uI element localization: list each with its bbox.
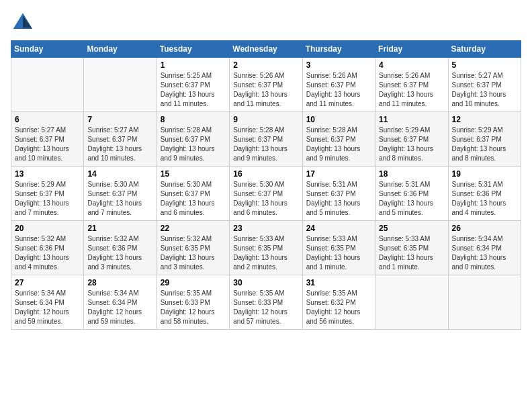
calendar-cell: 17Sunrise: 5:31 AM Sunset: 6:37 PM Dayli… (302, 167, 375, 221)
day-info: Sunrise: 5:31 AM Sunset: 6:37 PM Dayligh… (306, 180, 371, 218)
day-number: 22 (161, 224, 226, 233)
calendar-header-row: SundayMondayTuesdayWednesdayThursdayFrid… (11, 41, 521, 58)
day-number: 20 (15, 224, 80, 233)
calendar-cell: 23Sunrise: 5:33 AM Sunset: 6:35 PM Dayli… (230, 221, 302, 275)
calendar-cell: 21Sunrise: 5:32 AM Sunset: 6:36 PM Dayli… (84, 221, 157, 275)
calendar-cell (11, 58, 84, 112)
calendar-cell: 12Sunrise: 5:29 AM Sunset: 6:37 PM Dayli… (448, 112, 521, 167)
calendar-day-header: Thursday (302, 41, 375, 58)
day-number: 21 (87, 224, 152, 233)
day-info: Sunrise: 5:30 AM Sunset: 6:37 PM Dayligh… (233, 180, 298, 218)
day-info: Sunrise: 5:32 AM Sunset: 6:35 PM Dayligh… (161, 234, 226, 272)
calendar-day-header: Saturday (448, 41, 521, 58)
calendar-table: SundayMondayTuesdayWednesdayThursdayFrid… (11, 40, 521, 330)
day-number: 3 (306, 60, 371, 70)
day-info: Sunrise: 5:35 AM Sunset: 6:32 PM Dayligh… (306, 289, 371, 326)
calendar-cell: 30Sunrise: 5:35 AM Sunset: 6:33 PM Dayli… (230, 275, 302, 330)
day-info: Sunrise: 5:33 AM Sunset: 6:35 PM Dayligh… (306, 234, 371, 272)
calendar-cell: 14Sunrise: 5:30 AM Sunset: 6:37 PM Dayli… (84, 167, 157, 221)
calendar-cell: 16Sunrise: 5:30 AM Sunset: 6:37 PM Dayli… (230, 167, 302, 221)
day-info: Sunrise: 5:28 AM Sunset: 6:37 PM Dayligh… (306, 126, 371, 163)
day-number: 11 (379, 115, 444, 124)
calendar-cell: 28Sunrise: 5:34 AM Sunset: 6:34 PM Dayli… (84, 275, 157, 330)
calendar-cell (448, 275, 521, 330)
day-info: Sunrise: 5:27 AM Sunset: 6:37 PM Dayligh… (452, 71, 517, 109)
calendar-cell: 3Sunrise: 5:26 AM Sunset: 6:37 PM Daylig… (302, 58, 375, 112)
calendar-week-row: 6Sunrise: 5:27 AM Sunset: 6:37 PM Daylig… (11, 112, 521, 167)
calendar-cell: 31Sunrise: 5:35 AM Sunset: 6:32 PM Dayli… (302, 275, 375, 330)
calendar-cell: 20Sunrise: 5:32 AM Sunset: 6:36 PM Dayli… (11, 221, 84, 275)
day-number: 16 (233, 169, 298, 179)
day-info: Sunrise: 5:26 AM Sunset: 6:37 PM Dayligh… (233, 71, 298, 109)
calendar-cell: 11Sunrise: 5:29 AM Sunset: 6:37 PM Dayli… (375, 112, 448, 167)
day-info: Sunrise: 5:32 AM Sunset: 6:36 PM Dayligh… (87, 234, 152, 272)
day-number: 26 (452, 224, 517, 233)
calendar-week-row: 1Sunrise: 5:25 AM Sunset: 6:37 PM Daylig… (11, 58, 521, 112)
day-info: Sunrise: 5:26 AM Sunset: 6:37 PM Dayligh… (306, 71, 371, 109)
day-info: Sunrise: 5:31 AM Sunset: 6:36 PM Dayligh… (452, 180, 517, 218)
day-info: Sunrise: 5:33 AM Sunset: 6:35 PM Dayligh… (379, 234, 444, 272)
calendar-cell: 15Sunrise: 5:30 AM Sunset: 6:37 PM Dayli… (157, 167, 229, 221)
day-info: Sunrise: 5:29 AM Sunset: 6:37 PM Dayligh… (15, 180, 80, 218)
calendar-body: 1Sunrise: 5:25 AM Sunset: 6:37 PM Daylig… (11, 58, 521, 330)
calendar-cell: 13Sunrise: 5:29 AM Sunset: 6:37 PM Dayli… (11, 167, 84, 221)
day-number: 8 (161, 115, 226, 124)
day-info: Sunrise: 5:34 AM Sunset: 6:34 PM Dayligh… (87, 289, 152, 326)
logo-icon (11, 11, 35, 35)
day-number: 1 (161, 60, 226, 70)
day-number: 6 (15, 115, 80, 124)
calendar-cell: 6Sunrise: 5:27 AM Sunset: 6:37 PM Daylig… (11, 112, 84, 167)
day-number: 19 (452, 169, 517, 179)
day-info: Sunrise: 5:25 AM Sunset: 6:37 PM Dayligh… (161, 71, 226, 109)
day-number: 9 (233, 115, 298, 124)
calendar-cell: 27Sunrise: 5:34 AM Sunset: 6:34 PM Dayli… (11, 275, 84, 330)
day-number: 18 (379, 169, 444, 179)
day-number: 4 (379, 60, 444, 70)
day-info: Sunrise: 5:32 AM Sunset: 6:36 PM Dayligh… (15, 234, 80, 272)
calendar-cell: 5Sunrise: 5:27 AM Sunset: 6:37 PM Daylig… (448, 58, 521, 112)
day-number: 7 (87, 115, 152, 124)
calendar-cell: 4Sunrise: 5:26 AM Sunset: 6:37 PM Daylig… (375, 58, 448, 112)
day-info: Sunrise: 5:31 AM Sunset: 6:36 PM Dayligh… (379, 180, 444, 218)
calendar-cell: 19Sunrise: 5:31 AM Sunset: 6:36 PM Dayli… (448, 167, 521, 221)
calendar-cell: 9Sunrise: 5:28 AM Sunset: 6:37 PM Daylig… (230, 112, 302, 167)
calendar-cell: 26Sunrise: 5:34 AM Sunset: 6:34 PM Dayli… (448, 221, 521, 275)
day-info: Sunrise: 5:26 AM Sunset: 6:37 PM Dayligh… (379, 71, 444, 109)
svg-marker-1 (23, 15, 32, 28)
day-number: 30 (233, 278, 298, 287)
calendar-cell: 10Sunrise: 5:28 AM Sunset: 6:37 PM Dayli… (302, 112, 375, 167)
day-info: Sunrise: 5:27 AM Sunset: 6:37 PM Dayligh… (15, 126, 80, 163)
calendar-cell: 18Sunrise: 5:31 AM Sunset: 6:36 PM Dayli… (375, 167, 448, 221)
calendar-cell: 2Sunrise: 5:26 AM Sunset: 6:37 PM Daylig… (230, 58, 302, 112)
calendar-cell: 25Sunrise: 5:33 AM Sunset: 6:35 PM Dayli… (375, 221, 448, 275)
day-info: Sunrise: 5:30 AM Sunset: 6:37 PM Dayligh… (87, 180, 152, 218)
day-number: 24 (306, 224, 371, 233)
day-number: 27 (15, 278, 80, 287)
day-number: 12 (452, 115, 517, 124)
day-number: 14 (87, 169, 152, 179)
calendar-week-row: 27Sunrise: 5:34 AM Sunset: 6:34 PM Dayli… (11, 275, 521, 330)
calendar-week-row: 13Sunrise: 5:29 AM Sunset: 6:37 PM Dayli… (11, 167, 521, 221)
day-info: Sunrise: 5:29 AM Sunset: 6:37 PM Dayligh… (379, 126, 444, 163)
day-number: 10 (306, 115, 371, 124)
day-info: Sunrise: 5:30 AM Sunset: 6:37 PM Dayligh… (161, 180, 226, 218)
day-number: 23 (233, 224, 298, 233)
day-info: Sunrise: 5:34 AM Sunset: 6:34 PM Dayligh… (15, 289, 80, 326)
calendar-week-row: 20Sunrise: 5:32 AM Sunset: 6:36 PM Dayli… (11, 221, 521, 275)
calendar-day-header: Monday (84, 41, 157, 58)
calendar-day-header: Wednesday (230, 41, 302, 58)
day-info: Sunrise: 5:28 AM Sunset: 6:37 PM Dayligh… (233, 126, 298, 163)
calendar-cell: 1Sunrise: 5:25 AM Sunset: 6:37 PM Daylig… (157, 58, 229, 112)
calendar-cell: 29Sunrise: 5:35 AM Sunset: 6:33 PM Dayli… (157, 275, 229, 330)
calendar-cell: 22Sunrise: 5:32 AM Sunset: 6:35 PM Dayli… (157, 221, 229, 275)
day-number: 2 (233, 60, 298, 70)
day-info: Sunrise: 5:35 AM Sunset: 6:33 PM Dayligh… (233, 289, 298, 326)
day-number: 5 (452, 60, 517, 70)
calendar-day-header: Sunday (11, 41, 84, 58)
day-info: Sunrise: 5:35 AM Sunset: 6:33 PM Dayligh… (161, 289, 226, 326)
day-number: 31 (306, 278, 371, 287)
day-info: Sunrise: 5:33 AM Sunset: 6:35 PM Dayligh… (233, 234, 298, 272)
day-number: 13 (15, 169, 80, 179)
day-number: 29 (161, 278, 226, 287)
calendar-cell (375, 275, 448, 330)
